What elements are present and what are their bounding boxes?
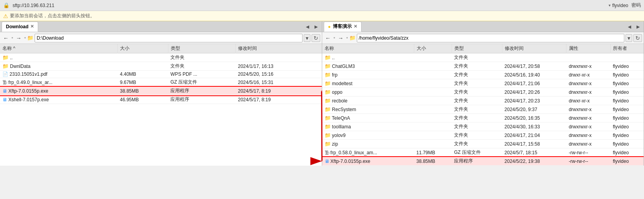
right-cell-name: 📁 oppo xyxy=(322,88,414,97)
left-cell-name: 🖥 Xshell-7.0157p.exe xyxy=(0,95,118,104)
right-cell-size: 38.85MB xyxy=(414,157,452,166)
right-cell-type: 文件夹 xyxy=(452,62,502,71)
left-path-input[interactable] xyxy=(35,34,302,42)
left-table-row[interactable]: 📁 DwnlData 文件夹 2024/1/17, 16:13 xyxy=(0,62,322,71)
right-cell-owner: flyvideo xyxy=(611,114,644,122)
right-cell-type: 文件夹 xyxy=(452,97,502,105)
left-cell-type: WPS PDF ... xyxy=(168,71,235,78)
right-refresh-btn[interactable]: ↻ xyxy=(633,34,642,42)
left-file-table: 名称 ^ 大小 类型 修改时间 📁 .. 文件夹 📁 DwnlData 文件夹 … xyxy=(0,44,322,166)
right-table-row[interactable]: 📁 recbole 文件夹 2024/4/17, 20:23 drwxr-xr-… xyxy=(322,97,644,105)
left-cell-type: 应用程序 xyxy=(168,87,235,95)
right-fwd-btn[interactable]: → xyxy=(336,34,345,42)
right-cell-owner: flyvideo xyxy=(611,157,644,166)
left-col-size: 大小 xyxy=(118,44,168,53)
right-table-row[interactable]: 📁 oppo 文件夹 2024/4/17, 20:26 drwxrwxr-x f… xyxy=(322,88,644,97)
right-cell-type: 文件夹 xyxy=(452,88,502,97)
left-tab-bar: Download ✕ ◄ ► xyxy=(0,21,322,32)
left-refresh-btn[interactable]: ↻ xyxy=(312,34,320,42)
right-cell-attr: drwxrwxr-x xyxy=(566,122,611,131)
left-cell-size: 46.95MB xyxy=(118,95,168,104)
right-addr-dropdown[interactable]: ▾ xyxy=(626,34,632,42)
right-cell-attr: drwxr-xr-x xyxy=(566,97,611,105)
right-cell-modified: 2024/5/20, 16:35 xyxy=(502,114,566,122)
right-cell-attr: -rw-rw-r-- xyxy=(566,157,611,166)
right-cell-size xyxy=(414,97,452,105)
right-back-btn[interactable]: ← xyxy=(324,34,332,42)
right-table-row[interactable]: 🖥 Xftp-7.0.0155p.exe 38.85MB 应用程序 2024/5… xyxy=(322,157,644,166)
right-tab-nav-left[interactable]: ◄ xyxy=(626,24,633,30)
right-cell-type: 文件夹 xyxy=(452,71,502,79)
right-cell-owner: flyvideo xyxy=(611,71,644,79)
right-path-input[interactable] xyxy=(357,34,624,42)
right-cell-size: 11.79MB xyxy=(414,148,452,157)
left-cell-modified: 2024/5/16, 15:31 xyxy=(236,78,322,87)
username-field[interactable]: ▾ flyvideo xyxy=(609,2,628,9)
right-table-row[interactable]: 📁 zip 文件夹 2024/4/17, 15:58 drwxrwxr-x fl… xyxy=(322,140,644,148)
right-cell-attr: drwxrwxr-x xyxy=(566,62,611,71)
left-addr-separator: • xyxy=(11,35,13,41)
right-tab-close[interactable]: ✕ xyxy=(354,24,357,29)
left-back-btn[interactable]: ← xyxy=(2,34,10,42)
left-cell-modified: 2024/5/17, 8:19 xyxy=(236,95,322,104)
right-cell-attr: drwxrwxr-x xyxy=(566,114,611,122)
right-panel: ● 博客演示 ✕ ◄ ► ← • → • 📁 ▾ ↻ 名称 大小 xyxy=(322,21,644,166)
left-cell-name: 📁 DwnlData xyxy=(0,62,118,71)
right-cell-owner: flyvideo xyxy=(611,131,644,140)
left-cell-type: GZ 压缩文件 xyxy=(168,78,235,87)
right-cell-type: 文件夹 xyxy=(452,131,502,140)
right-tab-label: 博客演示 xyxy=(333,23,352,30)
right-cell-attr: drwxrwxr-x xyxy=(566,140,611,148)
right-cell-name: 📁 .. xyxy=(322,53,414,62)
right-cell-modified: 2024/5/16, 19:40 xyxy=(502,71,566,79)
sftp-address: sftp://10.196.63.211 xyxy=(13,3,54,8)
password-field[interactable]: 密码 xyxy=(631,2,641,9)
left-table-row[interactable]: 🖥 Xftp-7.0.0155p.exe 38.85MB 应用程序 2024/5… xyxy=(0,87,322,95)
right-table-row[interactable]: 📁 yolov9 文件夹 2024/4/17, 21:04 drwxrwxr-x… xyxy=(322,131,644,140)
right-tab-nav-right[interactable]: ► xyxy=(634,24,642,30)
right-table-row[interactable]: 📁 ChatGLM3 文件夹 2024/4/17, 20:58 drwxrwxr… xyxy=(322,62,644,71)
right-col-name: 名称 xyxy=(322,44,414,53)
right-cell-modified: 2024/4/17, 20:26 xyxy=(502,88,566,97)
right-cell-attr xyxy=(566,53,611,62)
right-cell-attr: drwxrwxr-x xyxy=(566,131,611,140)
right-cell-size xyxy=(414,131,452,140)
right-cell-type: 文件夹 xyxy=(452,79,502,88)
right-cell-type: 文件夹 xyxy=(452,105,502,114)
right-cell-owner: flyvideo xyxy=(611,62,644,71)
left-table-row[interactable]: 📁 .. 文件夹 xyxy=(0,53,322,62)
right-cell-size xyxy=(414,71,452,79)
right-cell-modified: 2024/4/30, 16:33 xyxy=(502,122,566,131)
right-tab-bar: ● 博客演示 ✕ ◄ ► xyxy=(322,21,644,32)
left-panel: Download ✕ ◄ ► ← • → • 📁 ▾ ↻ 名称 ^ 大小 xyxy=(0,21,322,166)
right-cell-size xyxy=(414,114,452,122)
right-table-row[interactable]: 📁 frp 文件夹 2024/5/16, 19:40 drwxr-xr-x fl… xyxy=(322,71,644,79)
right-col-size: 大小 xyxy=(414,44,452,53)
right-table-row[interactable]: 📁 RecSystem 文件夹 2024/5/20, 9:37 drwxrwxr… xyxy=(322,105,644,114)
left-table-row[interactable]: 📄 2310.15051v1.pdf 4.40MB WPS PDF ... 20… xyxy=(0,71,322,78)
right-table-row[interactable]: 📁 TeleQnA 文件夹 2024/5/20, 16:35 drwxrwxr-… xyxy=(322,114,644,122)
left-addr-dropdown[interactable]: ▾ xyxy=(304,34,310,42)
left-tab-nav-left[interactable]: ◄ xyxy=(304,24,312,30)
right-cell-name: 📁 yolov9 xyxy=(322,131,414,140)
right-folder-icon: 📁 xyxy=(349,35,356,41)
right-tab-blog[interactable]: ● 博客演示 ✕ xyxy=(324,22,362,32)
left-fwd-btn[interactable]: → xyxy=(15,34,23,42)
right-table-row[interactable]: 🗜 frp_0.58.0_linux_am... 11.79MB GZ 压缩文件… xyxy=(322,148,644,157)
right-table-row[interactable]: 📁 .. 文件夹 xyxy=(322,53,644,62)
left-tab-nav-right[interactable]: ► xyxy=(312,24,320,30)
left-table-row[interactable]: 🗜 frp_0.49.0_linux_ar... 9.67MB GZ 压缩文件 … xyxy=(0,78,322,87)
left-tab-download[interactable]: Download ✕ xyxy=(2,22,38,32)
right-addr-separator: • xyxy=(334,35,336,41)
right-table-row[interactable]: 📁 toolllama 文件夹 2024/4/30, 16:33 drwxrwx… xyxy=(322,122,644,131)
dropdown-arrow-user: ▾ xyxy=(609,3,611,7)
left-table-row[interactable]: 🖥 Xshell-7.0157p.exe 46.95MB 应用程序 2024/5… xyxy=(0,95,322,104)
right-table-row[interactable]: 📁 modeltest 文件夹 2024/4/17, 21:06 drwxrwx… xyxy=(322,79,644,88)
left-cell-size xyxy=(118,62,168,71)
left-cell-modified: 2024/5/17, 8:19 xyxy=(236,87,322,95)
right-cell-owner: flyvideo xyxy=(611,97,644,105)
left-cell-modified xyxy=(236,53,322,62)
right-cell-modified: 2024/5/20, 9:37 xyxy=(502,105,566,114)
left-tab-close[interactable]: ✕ xyxy=(30,24,34,29)
left-col-modified: 修改时间 xyxy=(236,44,322,53)
